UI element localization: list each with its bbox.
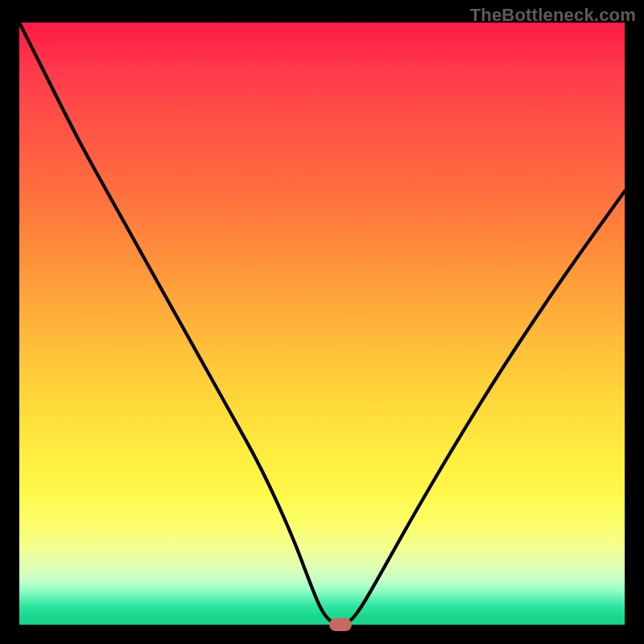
current-config-marker: [329, 618, 352, 631]
watermark-text: TheBottleneck.com: [470, 5, 636, 26]
plot-area: [19, 23, 625, 625]
bottleneck-curve: [19, 23, 625, 625]
chart-frame: TheBottleneck.com: [0, 0, 644, 644]
